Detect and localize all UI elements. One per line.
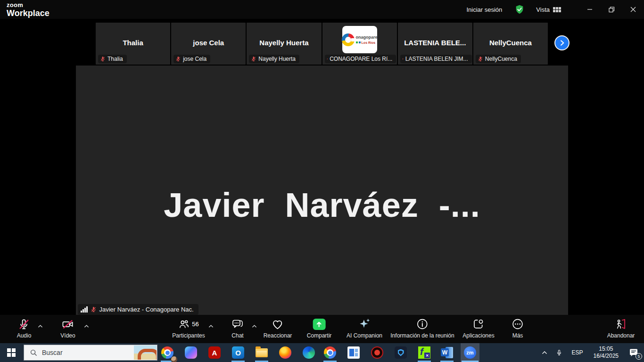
video-tile-conagopare[interactable]: onagopare Los Ríos CONAGOPARE Los Rí... <box>322 23 397 65</box>
participants-button[interactable]: 56 Participantes <box>172 318 205 339</box>
video-tile-jose-cela[interactable]: jose Cela jose Cela <box>171 23 246 65</box>
participant-name: LASTENIA BELE... <box>398 39 472 47</box>
participant-name-label: jose Cela <box>173 55 210 63</box>
muted-mic-icon <box>100 56 106 62</box>
tray-chevron-up-icon[interactable] <box>537 343 552 362</box>
speaker-name-label: Javier Narváez - Conagopare Nac. <box>78 304 198 315</box>
brand-zoom: zoom <box>7 2 50 8</box>
tray-notification-button[interactable]: 5 <box>623 343 644 362</box>
view-label: Vista <box>536 6 550 13</box>
apps-icon <box>473 318 485 330</box>
participants-count: 56 <box>192 321 198 328</box>
ai-sparkle-icon <box>358 318 371 330</box>
meeting-toolbar: Audio Vídeo 56 Participantes <box>0 315 644 343</box>
view-grid-icon <box>553 7 561 12</box>
participant-name: NellyCuenca <box>473 39 548 47</box>
taskbar-firefox-icon[interactable] <box>276 343 295 362</box>
participant-name-label: CONAGOPARE Los Rí... <box>325 55 396 63</box>
participant-name-label: NellyCuenca <box>476 55 521 63</box>
participant-filmstrip: Thalia Thalia jose Cela jose Cela Nayell… <box>96 23 548 65</box>
system-tray: ESP 15:05 16/4/2025 5 <box>537 343 644 362</box>
chrome-profile-avatar <box>171 356 178 362</box>
taskbar-security-red-icon[interactable] <box>368 343 387 362</box>
share-button[interactable]: Compartir <box>307 318 332 339</box>
video-tile-thalia[interactable]: Thalia Thalia <box>96 23 170 65</box>
taskbar-system-window-icon[interactable] <box>344 343 363 362</box>
audio-options-caret[interactable] <box>36 322 44 330</box>
taskbar-word-icon[interactable]: W <box>438 343 456 362</box>
video-tile-lastenia[interactable]: LASTENIA BELE... LASTENIA BELEN JIM... <box>398 23 472 65</box>
participant-name-label: Nayelly Huerta <box>249 55 299 63</box>
tray-clock[interactable]: 15:05 16/4/2025 <box>589 343 623 362</box>
view-button[interactable]: Vista <box>536 6 561 13</box>
muted-camera-icon <box>61 318 74 330</box>
conagopare-ring-logo-icon <box>342 33 355 46</box>
participants-icon <box>178 319 190 330</box>
sign-in-button[interactable]: Iniciar sesión <box>466 6 502 13</box>
chat-button[interactable]: Chat <box>231 318 244 339</box>
share-screen-icon <box>313 319 326 330</box>
audio-button[interactable]: Audio <box>17 318 32 339</box>
taskbar-sri-app-icon[interactable]: f✕ <box>415 343 434 362</box>
brand-workplace: Workplace <box>7 9 50 17</box>
muted-mic-icon <box>402 56 404 62</box>
windows-taskbar: Buscar A O f✕ W zm ESP 15:05 <box>0 343 644 362</box>
windows-logo-icon <box>7 348 16 357</box>
meeting-info-button[interactable]: Información de la reunión <box>390 318 454 339</box>
leave-door-icon <box>615 318 627 330</box>
conagopare-logo-avatar: onagopare Los Ríos <box>342 26 377 53</box>
apps-button[interactable]: Aplicaciones <box>462 318 494 339</box>
chevron-right-icon <box>558 39 566 47</box>
muted-mic-icon <box>478 56 483 62</box>
participant-name: Nayelly Huerta <box>247 39 321 47</box>
participant-name-label: LASTENIA BELEN JIM... <box>400 55 472 63</box>
tray-date: 16/4/2025 <box>594 353 619 360</box>
muted-mic-icon <box>18 318 30 330</box>
taskbar-shield-app-icon[interactable] <box>391 343 410 362</box>
zoom-workplace-logo: zoom Workplace <box>7 2 50 17</box>
video-button[interactable]: Vídeo <box>60 318 75 339</box>
signal-strength-icon <box>81 306 88 313</box>
logo-text-main: onagopare <box>356 35 378 40</box>
tray-language-indicator[interactable]: ESP <box>566 343 589 362</box>
participant-name-label: Thalia <box>98 55 127 63</box>
chat-icon <box>231 318 244 330</box>
restore-button[interactable] <box>601 0 622 19</box>
taskbar-zoom-icon[interactable]: zm <box>461 343 479 362</box>
more-button[interactable]: Más <box>512 318 524 339</box>
taskbar-file-explorer-icon[interactable] <box>252 343 271 362</box>
info-icon <box>416 318 428 330</box>
taskbar-outlook-icon[interactable]: O <box>229 343 248 362</box>
taskbar-acrobat-icon[interactable]: A <box>205 343 224 362</box>
close-button[interactable] <box>622 0 644 19</box>
security-shield-icon[interactable] <box>514 4 525 15</box>
search-highlight-image[interactable] <box>134 346 157 360</box>
chat-options-caret[interactable] <box>250 322 258 330</box>
taskbar-chrome-profile-icon[interactable] <box>158 343 177 362</box>
participants-options-caret[interactable] <box>206 322 215 330</box>
video-tile-nayelly-huerta[interactable]: Nayelly Huerta Nayelly Huerta <box>247 23 321 65</box>
minimize-button[interactable] <box>579 0 601 19</box>
video-tile-nellycuenca[interactable]: NellyCuenca NellyCuenca <box>473 23 548 65</box>
taskbar-edge-icon[interactable] <box>299 343 318 362</box>
more-ellipsis-icon <box>512 318 524 330</box>
muted-mic-icon <box>251 56 256 62</box>
participant-name: jose Cela <box>171 39 246 47</box>
taskbar-copilot-icon[interactable] <box>182 343 200 362</box>
leave-meeting-button[interactable]: Abandonar <box>607 318 635 339</box>
taskbar-search-input[interactable]: Buscar <box>24 345 157 361</box>
search-icon <box>30 349 37 356</box>
participant-name: Thalia <box>96 39 170 47</box>
heart-icon <box>272 318 284 330</box>
ai-companion-button[interactable]: AI Companion <box>347 318 382 339</box>
start-button[interactable] <box>0 343 23 362</box>
muted-mic-icon <box>91 306 97 313</box>
taskbar-chrome-icon[interactable] <box>321 343 339 362</box>
muted-mic-icon <box>175 56 181 62</box>
react-button[interactable]: Reaccionar <box>264 318 292 339</box>
notification-count-badge: 5 <box>636 353 642 360</box>
next-participants-page-button[interactable] <box>554 35 570 50</box>
video-options-caret[interactable] <box>82 322 91 330</box>
logo-text-sub: Los Ríos <box>362 41 376 44</box>
tray-microphone-icon[interactable] <box>552 343 566 362</box>
